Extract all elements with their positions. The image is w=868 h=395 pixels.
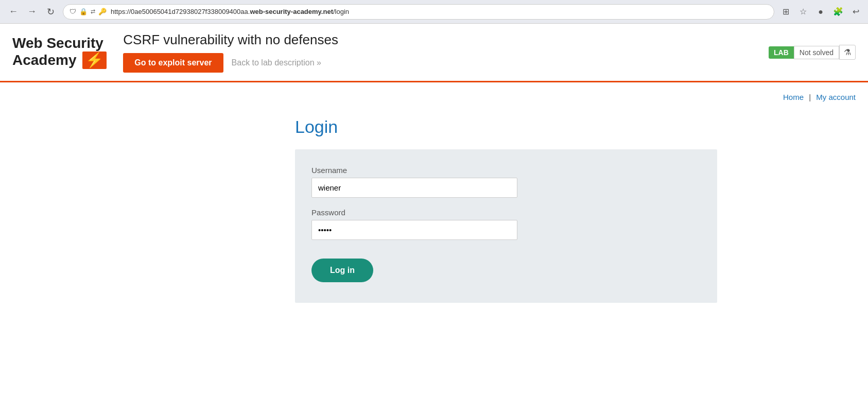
top-nav: Home | My account — [12, 93, 856, 101]
header-right: LAB Not solved ⚗ — [769, 45, 856, 60]
route-icon: ⇄ — [91, 8, 95, 15]
back-button[interactable]: ← — [6, 5, 21, 19]
lab-status-text: Not solved — [794, 46, 839, 59]
lab-flask-button[interactable]: ⚗ — [839, 45, 856, 60]
key-icon: 🔑 — [98, 8, 107, 15]
back-to-lab-link[interactable]: Back to lab description » — [232, 58, 321, 67]
shield-icon: 🛡 — [70, 8, 76, 15]
browser-right-icons: ⊞ ☆ ● 🧩 ↩ — [779, 6, 862, 18]
password-label: Password — [311, 208, 701, 217]
login-form-container: Username Password Log in — [295, 149, 717, 303]
username-group: Username — [311, 166, 701, 198]
username-input[interactable] — [311, 178, 517, 198]
url-text: https://0ae50065041d72938027f338009400aa… — [111, 8, 768, 15]
my-account-link[interactable]: My account — [816, 93, 856, 101]
site-header: Web Security Academy ⚡ CSRF vulnerabilit… — [0, 24, 868, 81]
login-title: Login — [295, 117, 645, 137]
home-link[interactable]: Home — [783, 93, 804, 101]
extensions-icon[interactable]: 🧩 — [832, 6, 844, 18]
address-bar[interactable]: 🛡 🔒 ⇄ 🔑 https://0ae50065041d72938027f338… — [63, 4, 774, 20]
username-label: Username — [311, 166, 701, 175]
qr-icon[interactable]: ⊞ — [779, 6, 792, 18]
logo-icon: ⚡ — [82, 51, 107, 70]
undo-icon[interactable]: ↩ — [849, 6, 862, 18]
nav-separator: | — [809, 93, 811, 101]
exploit-server-button[interactable]: Go to exploit server — [123, 53, 223, 73]
forward-button[interactable]: → — [25, 5, 39, 19]
browser-nav-buttons: ← → ↻ — [6, 5, 58, 19]
profile-icon[interactable]: ● — [814, 6, 827, 18]
reload-button[interactable]: ↻ — [43, 5, 58, 19]
lab-title: CSRF vulnerability with no defenses — [123, 32, 752, 48]
star-icon[interactable]: ☆ — [797, 6, 809, 18]
page-content: Home | My account Login Username Passwor… — [0, 82, 868, 313]
logo-text: Web Security Academy ⚡ — [12, 36, 107, 70]
lab-status-group: LAB Not solved ⚗ — [769, 45, 856, 60]
logo-text-line1: Web Security Academy ⚡ — [12, 36, 107, 70]
lab-badge: LAB — [769, 46, 794, 59]
logo-area: Web Security Academy ⚡ — [12, 36, 107, 70]
login-button[interactable]: Log in — [311, 259, 373, 282]
lock-icon: 🔒 — [79, 8, 88, 15]
login-section: Login Username Password Log in — [223, 117, 645, 303]
header-middle: CSRF vulnerability with no defenses Go t… — [123, 32, 752, 73]
browser-chrome: ← → ↻ 🛡 🔒 ⇄ 🔑 https://0ae50065041d729380… — [0, 0, 868, 24]
header-actions: Go to exploit server Back to lab descrip… — [123, 53, 752, 73]
address-bar-icons: 🛡 🔒 ⇄ 🔑 — [70, 8, 107, 15]
password-group: Password — [311, 208, 701, 240]
password-input[interactable] — [311, 220, 517, 240]
